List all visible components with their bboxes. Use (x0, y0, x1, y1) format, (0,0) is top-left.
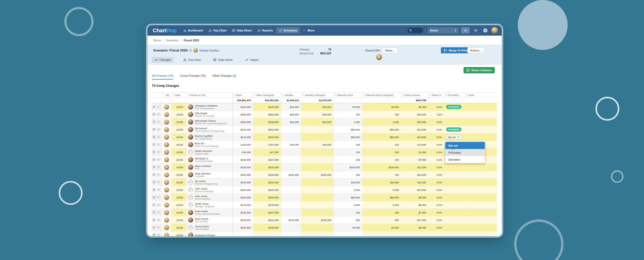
promotion-cell[interactable]: Promotion (445, 103, 465, 111)
note-cell[interactable] (465, 126, 497, 133)
person-cell[interactable]: Essie KarlieSenior Account Executive (186, 209, 233, 216)
raise-amount-cell[interactable]: $6,500 (401, 103, 428, 111)
person-cell[interactable]: Ollie BedellDirector of Accounts (186, 111, 233, 118)
variable-changed-cell[interactable] (301, 133, 334, 141)
dismiss-change-button[interactable] (152, 165, 156, 169)
breadcrumb-link-demo[interactable]: Demo (153, 39, 161, 42)
base-changed-cell[interactable]: £157,500 (253, 141, 281, 148)
nav-item-reports[interactable]: Reports (255, 27, 275, 34)
note-cell[interactable] (465, 186, 497, 194)
column-header-variable[interactable]: Variable (281, 92, 301, 98)
promotion-cell[interactable]: Not set (445, 133, 465, 141)
base-changed-cell[interactable]: $220,500 (253, 133, 281, 141)
filter-tab-other-changes-1[interactable]: Other Changes (1) (212, 74, 236, 80)
note-cell[interactable] (465, 103, 497, 111)
person-cell[interactable]: Zack KenzieSVP of Sales (186, 216, 233, 224)
raise-amount-cell[interactable]: $11,000 (401, 179, 428, 186)
planned-grant-changed-cell[interactable]: 100 (362, 111, 401, 118)
promotion-cell[interactable] (445, 216, 465, 224)
note-cell[interactable] (465, 209, 497, 216)
scenario-tab-impact[interactable]: Impact (242, 57, 261, 63)
variable-changed-cell[interactable]: £52,500 (301, 141, 334, 148)
column-header-note[interactable]: Note (465, 92, 497, 98)
note-cell[interactable] (465, 224, 497, 231)
row-menu-button[interactable] (157, 188, 161, 192)
raise-amount-cell[interactable]: $11,250 (401, 164, 428, 171)
promotion-cell[interactable]: Promotion (445, 126, 465, 133)
planned-grant-changed-cell[interactable]: 50,000 (362, 224, 401, 231)
base-changed-cell[interactable]: $210,000 (253, 186, 281, 194)
planned-grant-changed-cell[interactable] (362, 231, 401, 236)
row-menu-button[interactable] (157, 173, 161, 177)
column-header-planned-grant[interactable]: Planned Grant (334, 92, 362, 98)
dismiss-change-button[interactable] (152, 135, 156, 139)
raise-pct-cell[interactable]: 4.5% (428, 111, 445, 118)
base-changed-cell[interactable]: £47,250 (253, 148, 281, 156)
base-changed-cell[interactable]: $126,000 (253, 103, 281, 111)
select-columns-button[interactable]: Select Columns (464, 67, 495, 73)
row-menu-button[interactable] (157, 113, 161, 116)
dismiss-change-button[interactable] (152, 143, 156, 147)
variable-changed-cell[interactable]: $10,500 (301, 118, 334, 126)
breadcrumb-link-scenarios[interactable]: Scenarios (166, 39, 179, 42)
planned-grant-changed-cell[interactable]: 5,000 (362, 186, 401, 194)
raise-pct-cell[interactable]: 5.0% (428, 148, 445, 156)
column-header-raise-amount[interactable]: Raise Amount (401, 92, 428, 98)
dismiss-change-button[interactable] (152, 233, 156, 236)
planned-grant-changed-cell[interactable]: 100 (362, 209, 401, 216)
raise-amount-cell[interactable]: $5,000 (401, 194, 428, 201)
share-button[interactable]: Share... (382, 48, 398, 53)
row-menu-button[interactable] (157, 135, 161, 139)
visibility-button[interactable] (461, 27, 470, 34)
raise-pct-cell[interactable]: 5.0% (428, 103, 445, 111)
base-changed-cell[interactable]: $159,500 (253, 118, 281, 126)
base-changed-cell[interactable] (253, 231, 281, 236)
person-cell[interactable]: John JonesSenior Engineer (186, 194, 233, 201)
shared-user-avatar[interactable] (376, 54, 382, 60)
dismiss-change-button[interactable] (152, 158, 156, 162)
raise-amount-cell[interactable]: $10,000 (401, 118, 428, 126)
variable-changed-cell[interactable] (301, 201, 334, 209)
column-header-variable-changed[interactable]: Variable (changed) (301, 92, 334, 98)
variable-changed-cell[interactable] (301, 231, 334, 236)
raise-pct-cell[interactable]: 5.0% (428, 141, 445, 148)
promotion-cell[interactable] (445, 186, 465, 194)
row-menu-button[interactable] (157, 128, 161, 132)
raise-amount-cell[interactable]: $7,500 (401, 209, 428, 216)
dismiss-change-button[interactable] (152, 150, 156, 154)
row-menu-button[interactable] (157, 120, 161, 124)
variable-changed-cell[interactable]: $10,500 (301, 103, 334, 111)
column-header-person-or-job[interactable]: Person or Job (186, 92, 233, 98)
search-input[interactable] (407, 28, 423, 33)
actions-button[interactable]: Actions... (467, 47, 484, 53)
person-cell[interactable]: Bess IrisSenior Account Manager (186, 141, 233, 148)
nav-item-dashboard[interactable]: Dashboard (181, 27, 205, 34)
row-menu-button[interactable] (157, 143, 161, 147)
planned-grant-changed-cell[interactable]: $50,000 (362, 133, 401, 141)
raise-pct-cell[interactable]: 5.0% (428, 164, 445, 171)
variable-changed-cell[interactable] (301, 164, 334, 171)
charthop-logo[interactable]: ChartHop (153, 27, 177, 34)
person-cell[interactable]: Naoma IngelbertSVP Engineering (186, 133, 233, 141)
raise-amount-cell[interactable]: $12,500 (401, 111, 428, 118)
org-select[interactable]: Demo (428, 27, 459, 34)
dismiss-change-button[interactable] (152, 188, 156, 192)
variable-changed-cell[interactable]: $105,000 (301, 171, 334, 179)
dismiss-change-button[interactable] (152, 105, 156, 109)
note-cell[interactable] (465, 111, 497, 118)
base-changed-cell[interactable]: $178,500 (253, 201, 281, 209)
raise-amount-cell[interactable] (401, 231, 428, 236)
promotion-cell[interactable] (445, 224, 465, 231)
promotion-cell[interactable] (445, 111, 465, 118)
base-changed-cell[interactable]: $168,000 (253, 171, 281, 179)
nav-item-more[interactable]: More (301, 27, 317, 34)
person-cell[interactable]: Maye JochbedCTO (186, 164, 233, 171)
person-cell[interactable]: Illa GarrardSenior Director of Engineeri… (186, 126, 233, 133)
dismiss-change-button[interactable] (152, 203, 156, 207)
person-cell[interactable]: John JonesDirector of DevOps (186, 186, 233, 194)
raise-amount-cell[interactable]: $6,500 (401, 224, 428, 231)
note-cell[interactable] (465, 164, 497, 171)
column-header-base-changed[interactable]: Base (changed) (253, 92, 281, 98)
raise-amount-cell[interactable]: $13,000 (401, 171, 428, 179)
raise-amount-cell[interactable]: $12,000 (401, 126, 428, 133)
